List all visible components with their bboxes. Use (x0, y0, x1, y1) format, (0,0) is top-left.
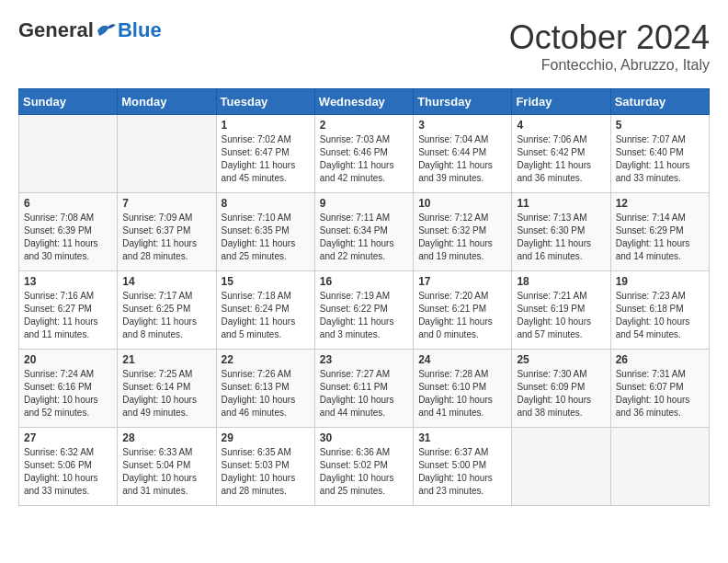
day-number: 7 (122, 197, 210, 210)
calendar-cell: 11Sunrise: 7:13 AM Sunset: 6:30 PM Dayli… (512, 193, 610, 271)
weekday-header: Wednesday (314, 89, 413, 115)
day-info: Sunrise: 7:11 AM Sunset: 6:34 PM Dayligh… (320, 212, 408, 263)
day-number: 3 (418, 119, 506, 132)
calendar-cell: 31Sunrise: 6:37 AM Sunset: 5:00 PM Dayli… (414, 428, 512, 506)
calendar-table: SundayMondayTuesdayWednesdayThursdayFrid… (18, 88, 710, 506)
day-info: Sunrise: 7:23 AM Sunset: 6:18 PM Dayligh… (616, 290, 704, 341)
day-number: 25 (517, 353, 605, 366)
day-info: Sunrise: 7:18 AM Sunset: 6:24 PM Dayligh… (222, 290, 310, 341)
calendar-cell (610, 428, 709, 506)
day-info: Sunrise: 7:17 AM Sunset: 6:25 PM Dayligh… (122, 290, 210, 341)
day-number: 26 (616, 353, 704, 366)
calendar-cell: 2Sunrise: 7:03 AM Sunset: 6:46 PM Daylig… (314, 115, 413, 193)
day-info: Sunrise: 6:32 AM Sunset: 5:06 PM Dayligh… (24, 446, 112, 498)
day-info: Sunrise: 6:33 AM Sunset: 5:04 PM Dayligh… (122, 446, 210, 498)
day-info: Sunrise: 7:07 AM Sunset: 6:40 PM Dayligh… (616, 133, 704, 185)
day-number: 31 (418, 431, 506, 444)
day-info: Sunrise: 7:19 AM Sunset: 6:22 PM Dayligh… (320, 290, 408, 341)
day-info: Sunrise: 7:04 AM Sunset: 6:44 PM Dayligh… (418, 133, 506, 185)
calendar-cell: 18Sunrise: 7:21 AM Sunset: 6:19 PM Dayli… (512, 271, 610, 350)
calendar-cell: 3Sunrise: 7:04 AM Sunset: 6:44 PM Daylig… (414, 115, 512, 193)
calendar-cell: 26Sunrise: 7:31 AM Sunset: 6:07 PM Dayli… (610, 350, 709, 428)
day-number: 11 (517, 197, 605, 210)
day-number: 2 (320, 119, 408, 132)
day-number: 30 (320, 431, 408, 444)
logo-general-text: General (18, 18, 94, 42)
day-number: 29 (222, 431, 310, 444)
page-header: General Blue October 2024 Fontecchio, Ab… (18, 18, 710, 74)
day-info: Sunrise: 7:28 AM Sunset: 6:10 PM Dayligh… (418, 368, 506, 419)
day-number: 23 (320, 353, 408, 366)
day-info: Sunrise: 7:16 AM Sunset: 6:27 PM Dayligh… (24, 290, 112, 341)
calendar-cell: 16Sunrise: 7:19 AM Sunset: 6:22 PM Dayli… (314, 271, 413, 350)
day-info: Sunrise: 6:36 AM Sunset: 5:02 PM Dayligh… (320, 446, 408, 498)
calendar-cell: 22Sunrise: 7:26 AM Sunset: 6:13 PM Dayli… (216, 350, 314, 428)
weekday-header: Friday (512, 89, 610, 115)
day-number: 28 (122, 431, 210, 444)
calendar-cell: 29Sunrise: 6:35 AM Sunset: 5:03 PM Dayli… (216, 428, 314, 506)
day-info: Sunrise: 7:21 AM Sunset: 6:19 PM Dayligh… (517, 290, 605, 341)
calendar-cell (118, 115, 216, 193)
day-number: 14 (122, 275, 210, 288)
calendar-cell: 30Sunrise: 6:36 AM Sunset: 5:02 PM Dayli… (314, 428, 413, 506)
calendar-week-row: 20Sunrise: 7:24 AM Sunset: 6:16 PM Dayli… (19, 350, 710, 428)
calendar-cell: 6Sunrise: 7:08 AM Sunset: 6:39 PM Daylig… (19, 193, 118, 271)
calendar-cell: 7Sunrise: 7:09 AM Sunset: 6:37 PM Daylig… (118, 193, 216, 271)
weekday-header: Tuesday (216, 89, 314, 115)
weekday-header: Saturday (610, 89, 709, 115)
calendar-cell: 19Sunrise: 7:23 AM Sunset: 6:18 PM Dayli… (610, 271, 709, 350)
day-info: Sunrise: 7:03 AM Sunset: 6:46 PM Dayligh… (320, 133, 408, 185)
day-info: Sunrise: 7:02 AM Sunset: 6:47 PM Dayligh… (222, 133, 310, 185)
title-section: October 2024 Fontecchio, Abruzzo, Italy (509, 18, 710, 74)
logo-blue-text: Blue (118, 18, 162, 42)
day-number: 12 (616, 197, 704, 210)
day-number: 16 (320, 275, 408, 288)
day-number: 22 (222, 353, 310, 366)
day-number: 24 (418, 353, 506, 366)
day-number: 10 (418, 197, 506, 210)
weekday-header: Thursday (414, 89, 512, 115)
day-info: Sunrise: 7:31 AM Sunset: 6:07 PM Dayligh… (616, 368, 704, 419)
day-number: 5 (616, 119, 704, 132)
day-number: 19 (616, 275, 704, 288)
weekday-header: Sunday (19, 89, 118, 115)
calendar-cell: 17Sunrise: 7:20 AM Sunset: 6:21 PM Dayli… (414, 271, 512, 350)
logo-bird-icon (96, 21, 118, 40)
calendar-cell: 8Sunrise: 7:10 AM Sunset: 6:35 PM Daylig… (216, 193, 314, 271)
calendar-cell: 10Sunrise: 7:12 AM Sunset: 6:32 PM Dayli… (414, 193, 512, 271)
day-number: 9 (320, 197, 408, 210)
calendar-cell: 25Sunrise: 7:30 AM Sunset: 6:09 PM Dayli… (512, 350, 610, 428)
calendar-week-row: 1Sunrise: 7:02 AM Sunset: 6:47 PM Daylig… (19, 115, 710, 193)
day-info: Sunrise: 7:27 AM Sunset: 6:11 PM Dayligh… (320, 368, 408, 419)
day-number: 18 (517, 275, 605, 288)
calendar-cell: 23Sunrise: 7:27 AM Sunset: 6:11 PM Dayli… (314, 350, 413, 428)
day-number: 4 (517, 119, 605, 132)
calendar-cell: 5Sunrise: 7:07 AM Sunset: 6:40 PM Daylig… (610, 115, 709, 193)
day-info: Sunrise: 7:12 AM Sunset: 6:32 PM Dayligh… (418, 212, 506, 263)
day-number: 8 (222, 197, 310, 210)
day-info: Sunrise: 6:35 AM Sunset: 5:03 PM Dayligh… (222, 446, 310, 498)
calendar-cell: 21Sunrise: 7:25 AM Sunset: 6:14 PM Dayli… (118, 350, 216, 428)
day-info: Sunrise: 7:08 AM Sunset: 6:39 PM Dayligh… (24, 212, 112, 263)
day-info: Sunrise: 7:14 AM Sunset: 6:29 PM Dayligh… (616, 212, 704, 263)
day-number: 1 (222, 119, 310, 132)
calendar-cell: 12Sunrise: 7:14 AM Sunset: 6:29 PM Dayli… (610, 193, 709, 271)
location: Fontecchio, Abruzzo, Italy (509, 57, 710, 74)
calendar-cell: 14Sunrise: 7:17 AM Sunset: 6:25 PM Dayli… (118, 271, 216, 350)
day-info: Sunrise: 7:30 AM Sunset: 6:09 PM Dayligh… (517, 368, 605, 419)
day-number: 15 (222, 275, 310, 288)
calendar-week-row: 6Sunrise: 7:08 AM Sunset: 6:39 PM Daylig… (19, 193, 710, 271)
calendar-week-row: 13Sunrise: 7:16 AM Sunset: 6:27 PM Dayli… (19, 271, 710, 350)
weekday-header: Monday (118, 89, 216, 115)
calendar-cell (512, 428, 610, 506)
day-number: 13 (24, 275, 112, 288)
day-info: Sunrise: 7:26 AM Sunset: 6:13 PM Dayligh… (222, 368, 310, 419)
day-info: Sunrise: 6:37 AM Sunset: 5:00 PM Dayligh… (418, 446, 506, 498)
day-number: 17 (418, 275, 506, 288)
calendar-cell: 1Sunrise: 7:02 AM Sunset: 6:47 PM Daylig… (216, 115, 314, 193)
day-info: Sunrise: 7:06 AM Sunset: 6:42 PM Dayligh… (517, 133, 605, 185)
calendar-cell: 28Sunrise: 6:33 AM Sunset: 5:04 PM Dayli… (118, 428, 216, 506)
calendar-cell: 15Sunrise: 7:18 AM Sunset: 6:24 PM Dayli… (216, 271, 314, 350)
calendar-cell: 24Sunrise: 7:28 AM Sunset: 6:10 PM Dayli… (414, 350, 512, 428)
day-info: Sunrise: 7:24 AM Sunset: 6:16 PM Dayligh… (24, 368, 112, 419)
